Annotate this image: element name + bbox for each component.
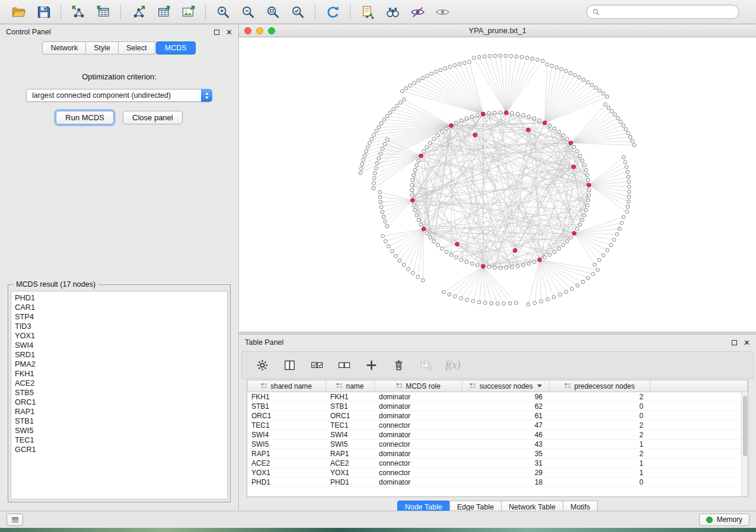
cell-successors: 96 — [462, 393, 550, 401]
mcds-result-group: MCDS result (17 nodes) PHD1CAR1STP4TID3Y… — [8, 284, 231, 502]
zoom-in-icon — [215, 4, 231, 20]
table-row[interactable]: SWI4SWI4dominator462 — [247, 430, 741, 440]
memory-button[interactable]: Memory — [699, 514, 749, 526]
table-row[interactable]: PHD1PHD1dominator180 — [247, 477, 741, 487]
column-header-shared-name[interactable]: shared name — [247, 380, 326, 392]
mcds-result-item[interactable]: RAP1 — [15, 407, 224, 416]
select-all-button[interactable] — [307, 355, 326, 375]
maximize-window-icon[interactable] — [268, 27, 275, 34]
table-row[interactable]: STB1STB1dominator620 — [247, 402, 741, 411]
column-selector-button[interactable] — [280, 355, 299, 375]
mcds-result-item[interactable]: GCR1 — [15, 445, 224, 454]
close-window-icon[interactable] — [244, 27, 251, 34]
import-network-button[interactable] — [68, 2, 89, 21]
mcds-result-item[interactable]: SWI5 — [15, 426, 224, 435]
settings-gear-button[interactable] — [253, 355, 272, 375]
deselect-all-button[interactable] — [334, 355, 353, 375]
toolbar-separator — [120, 4, 121, 20]
import-table-button[interactable] — [92, 2, 114, 21]
sort-descending-icon[interactable] — [537, 384, 542, 387]
table-row[interactable]: YOX1YOX1connector291 — [247, 468, 741, 477]
export-web-button[interactable] — [357, 2, 378, 21]
cell-predecessors: 2 — [550, 450, 650, 458]
column-header-predecessor-nodes[interactable]: predecessor nodes — [550, 380, 650, 392]
memory-label: Memory — [717, 515, 742, 524]
zoom-in-button[interactable] — [212, 2, 234, 21]
zoom-out-button[interactable] — [237, 2, 259, 21]
tab-style[interactable]: Style — [85, 41, 119, 55]
export-table-button[interactable] — [152, 2, 174, 21]
mcds-result-item[interactable]: FKH1 — [15, 369, 224, 379]
mcds-result-item[interactable]: TEC1 — [15, 435, 224, 445]
column-header-mcds-role[interactable]: MCDS role — [375, 380, 462, 392]
apply-layout-button[interactable] — [322, 2, 343, 21]
minimize-window-icon[interactable] — [256, 27, 263, 34]
network-canvas[interactable] — [239, 37, 754, 332]
table-row[interactable]: SWI5SWI5connector431 — [247, 440, 741, 449]
mcds-result-item[interactable]: SWI4 — [15, 341, 224, 350]
mcds-result-item[interactable]: STB5 — [15, 388, 224, 398]
mcds-result-list[interactable]: PHD1CAR1STP4TID3YOX1SWI4SRD1PMA2FKH1ACE2… — [11, 291, 228, 499]
mcds-result-item[interactable]: STP4 — [15, 312, 224, 322]
save-session-button[interactable] — [33, 2, 54, 21]
zoom-out-icon — [240, 4, 256, 20]
table-row[interactable]: ACE2ACE2connector311 — [247, 459, 741, 468]
close-table-panel-icon[interactable]: ✕ — [744, 340, 750, 345]
mcds-result-item[interactable]: ORC1 — [15, 398, 224, 407]
table-scrollbar-thumb[interactable] — [743, 396, 747, 456]
mcds-result-item[interactable]: CAR1 — [15, 303, 224, 312]
network-window-titlebar[interactable]: YPA_prune.txt_1 — [239, 24, 756, 37]
control-panel: Control Panel ✕ Network Style Select MCD… — [0, 24, 239, 511]
export-image-button[interactable] — [177, 2, 199, 21]
mcds-result-item[interactable]: ACE2 — [15, 379, 224, 388]
column-label: shared name — [270, 382, 312, 390]
add-column-button[interactable] — [362, 355, 381, 375]
find-button[interactable] — [382, 2, 403, 21]
mcds-result-item[interactable]: SRD1 — [15, 350, 224, 360]
right-pane: YPA_prune.txt_1 Table Panel ✕ f(x) — [239, 24, 756, 511]
table-panel: Table Panel ✕ f(x) shared name — [239, 335, 756, 511]
cell-name: FKH1 — [326, 393, 375, 401]
tab-select[interactable]: Select — [118, 41, 155, 55]
table-row[interactable]: RAP1RAP1dominator352 — [247, 449, 741, 459]
mcds-result-item[interactable]: PHD1 — [15, 293, 224, 303]
table-row[interactable]: TEC1TEC1connector472 — [247, 421, 741, 430]
column-type-icon — [336, 383, 343, 389]
hide-details-button[interactable] — [407, 2, 428, 21]
deselect-all-icon — [337, 358, 351, 372]
tab-mcds[interactable]: MCDS — [156, 41, 196, 55]
control-panel-header: Control Panel ✕ — [0, 24, 238, 40]
cell-successors: 35 — [462, 450, 550, 458]
table-row[interactable]: FKH1FKH1dominator962 — [247, 392, 741, 402]
cell-name: STB1 — [326, 402, 375, 411]
export-network-button[interactable] — [127, 2, 149, 21]
zoom-selected-button[interactable] — [287, 2, 308, 21]
zoom-fit-button[interactable] — [262, 2, 283, 21]
function-builder-button: f(x) — [444, 355, 462, 375]
mcds-result-item[interactable]: PMA2 — [15, 360, 224, 369]
cell-role: connector — [375, 459, 462, 467]
run-mcds-button[interactable]: Run MCDS — [56, 111, 114, 124]
apply-layout-icon — [325, 4, 341, 20]
open-session-button[interactable] — [8, 2, 29, 21]
close-panel-button[interactable]: Close panel — [123, 111, 183, 124]
optimization-criterion-select[interactable]: largest connected component (undirected) — [26, 89, 212, 102]
table-scrollbar[interactable] — [741, 392, 748, 496]
mcds-result-item[interactable]: TID3 — [15, 322, 224, 331]
network-view[interactable] — [239, 37, 756, 332]
cell-predecessors: 2 — [550, 431, 650, 439]
close-panel-icon[interactable]: ✕ — [226, 30, 232, 35]
panel-menu-button[interactable] — [7, 514, 23, 526]
float-panel-icon[interactable] — [214, 30, 219, 35]
mcds-result-item[interactable]: STB1 — [15, 416, 224, 426]
show-details-button[interactable] — [432, 2, 453, 21]
mcds-result-item[interactable]: YOX1 — [15, 331, 224, 341]
cell-predecessors: 0 — [550, 478, 650, 486]
delete-column-button[interactable] — [389, 355, 408, 375]
column-header-name[interactable]: name — [326, 380, 375, 392]
search-input[interactable] — [604, 8, 734, 16]
table-row[interactable]: ORC1ORC1dominator610 — [247, 411, 741, 421]
tab-network[interactable]: Network — [42, 41, 86, 55]
float-table-panel-icon[interactable] — [732, 340, 737, 345]
column-header-successor-nodes[interactable]: successor nodes — [462, 380, 550, 392]
